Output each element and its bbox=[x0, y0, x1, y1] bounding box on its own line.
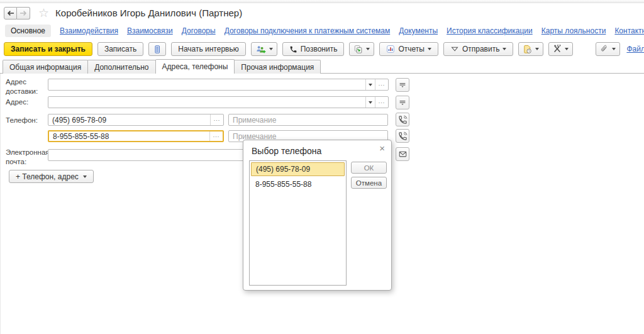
tab-additional[interactable]: Дополнительно bbox=[87, 60, 155, 74]
history-buttons bbox=[4, 7, 30, 19]
tab-addresses-phones[interactable]: Адреса, телефоны bbox=[155, 59, 235, 74]
nav-item-relations[interactable]: Взаимосвязи bbox=[127, 26, 173, 35]
delivery-address-label: Адрес доставки: bbox=[6, 77, 45, 96]
title-bar: ☆ Коробейников Игорь Данилович (Партнер) bbox=[0, 3, 644, 23]
ok-button[interactable]: ОК bbox=[351, 162, 387, 174]
arrow-left-icon bbox=[7, 10, 14, 16]
field-dropdown-button[interactable] bbox=[365, 79, 375, 90]
copy-icon bbox=[353, 45, 363, 54]
phone1-note-field[interactable] bbox=[228, 114, 388, 126]
tools-icon bbox=[553, 45, 562, 53]
nav-item-contracts[interactable]: Договоры bbox=[182, 26, 216, 35]
chevron-down-icon bbox=[269, 48, 273, 50]
chevron-down-icon bbox=[535, 48, 539, 50]
call-phone-icon bbox=[398, 131, 408, 141]
nav-item-payment-system-contracts[interactable]: Договоры подключения к платежным система… bbox=[225, 26, 391, 35]
envelope-icon bbox=[398, 150, 408, 159]
add-phone-address-button[interactable]: + Телефон, адрес bbox=[9, 170, 94, 183]
delivery-address-field[interactable]: ... bbox=[48, 79, 389, 91]
tab-general-info[interactable]: Общая информация bbox=[3, 60, 88, 74]
paperclip-icon bbox=[600, 45, 609, 53]
chevron-down-icon bbox=[612, 48, 616, 50]
attachments-dropdown-button[interactable] bbox=[596, 42, 620, 56]
close-icon[interactable]: × bbox=[379, 143, 385, 153]
app-window: ☆ Коробейников Игорь Данилович (Партнер)… bbox=[0, 0, 644, 334]
phone-list-item[interactable]: 8-955-855-55-88 bbox=[250, 177, 346, 191]
send-dropdown-button[interactable]: Отправить bbox=[443, 42, 514, 56]
favorite-star-icon[interactable]: ☆ bbox=[38, 7, 49, 19]
phone1-input[interactable] bbox=[48, 114, 210, 125]
save-and-close-button[interactable]: Записать и закрыть bbox=[4, 42, 92, 56]
field-ellipsis-button[interactable]: ... bbox=[375, 97, 388, 108]
phone2-call-button[interactable] bbox=[396, 129, 409, 143]
nav-item-contact-persons[interactable]: Контактные лица bbox=[614, 26, 644, 35]
comment-lines-icon bbox=[398, 81, 407, 89]
phone1-call-button[interactable] bbox=[396, 113, 409, 126]
chevron-down-icon bbox=[366, 48, 370, 50]
chevron-down-icon bbox=[565, 48, 569, 50]
tab-bar: Общая информация Дополнительно Адреса, т… bbox=[0, 59, 644, 74]
add-contact-icon bbox=[255, 45, 266, 54]
phone2-input[interactable] bbox=[49, 131, 209, 141]
phone-list: (495) 695-78-09 8-955-855-55-88 bbox=[249, 160, 347, 286]
dialog-title: Выбор телефона bbox=[252, 146, 321, 156]
phone2-field[interactable]: ... bbox=[48, 130, 224, 142]
chevron-down-icon bbox=[369, 101, 372, 104]
delivery-address-comment-button[interactable] bbox=[396, 78, 409, 92]
chevron-down-icon bbox=[369, 84, 372, 86]
questionnaire-button[interactable] bbox=[148, 42, 166, 56]
files-link[interactable]: Файлы bbox=[626, 45, 644, 53]
address-field[interactable]: ... bbox=[48, 96, 389, 108]
page-title: Коробейников Игорь Данилович (Партнер) bbox=[55, 8, 242, 18]
chevron-down-icon bbox=[83, 175, 87, 178]
reports-dropdown-button[interactable]: Отчеты bbox=[379, 42, 438, 56]
phone1-note-input[interactable] bbox=[229, 114, 387, 125]
send-funnel-icon bbox=[450, 45, 459, 53]
arrow-right-icon bbox=[19, 10, 27, 16]
phone1-field[interactable]: ... bbox=[48, 114, 224, 126]
cancel-button[interactable]: Отмена bbox=[351, 177, 387, 189]
document-history-dropdown-button[interactable] bbox=[518, 42, 543, 56]
copy-dropdown-button[interactable] bbox=[349, 42, 374, 56]
reports-chart-icon bbox=[386, 45, 395, 53]
nav-item-main[interactable]: Основное bbox=[5, 25, 51, 37]
nav-item-classification-history[interactable]: История классификации bbox=[447, 26, 533, 35]
call-phone-icon bbox=[398, 115, 408, 125]
phone-list-item-selected[interactable]: (495) 695-78-09 bbox=[251, 162, 345, 176]
addresses-phones-panel: Адрес доставки: ... Адрес: ... Телефон: … bbox=[0, 74, 644, 334]
field-ellipsis-button[interactable]: ... bbox=[210, 114, 223, 125]
toolbar: Записать и закрыть Записать Начать интер… bbox=[0, 39, 644, 59]
tab-other-info[interactable]: Прочая информация bbox=[234, 60, 321, 74]
comment-lines-icon bbox=[398, 98, 407, 107]
phone-label: Телефон: bbox=[6, 116, 38, 125]
address-label: Адрес: bbox=[6, 97, 28, 107]
nav-item-interactions[interactable]: Взаимодействия bbox=[60, 26, 118, 35]
nav-item-loyalty-cards[interactable]: Карты лояльности bbox=[541, 26, 606, 35]
chevron-down-icon bbox=[428, 48, 431, 50]
start-interview-button[interactable]: Начать интервью bbox=[171, 42, 246, 56]
address-input[interactable] bbox=[48, 97, 365, 108]
field-ellipsis-button[interactable]: ... bbox=[209, 131, 223, 141]
document-clock-icon bbox=[523, 45, 532, 54]
email-label: Электронная почта: bbox=[6, 148, 48, 167]
delivery-address-input[interactable] bbox=[48, 79, 365, 90]
add-contact-dropdown-button[interactable] bbox=[251, 42, 277, 56]
field-dropdown-button[interactable] bbox=[365, 97, 375, 108]
phone-select-dialog: Выбор телефона × (495) 695-78-09 8-955-8… bbox=[243, 140, 392, 291]
address-comment-button[interactable] bbox=[396, 96, 409, 109]
save-button[interactable]: Записать bbox=[97, 42, 143, 56]
chevron-down-icon bbox=[502, 48, 506, 50]
email-send-button[interactable] bbox=[396, 147, 409, 161]
back-button[interactable] bbox=[4, 7, 17, 19]
forward-button[interactable] bbox=[17, 7, 30, 19]
questionnaire-icon bbox=[153, 45, 162, 54]
call-button[interactable]: Позвонить bbox=[282, 42, 345, 56]
nav-item-documents[interactable]: Документы bbox=[399, 26, 438, 35]
section-nav: Основное Взаимодействия Взаимосвязи Дого… bbox=[0, 23, 644, 39]
phone-icon bbox=[289, 45, 297, 53]
tools-dropdown-button[interactable] bbox=[548, 42, 573, 56]
field-ellipsis-button[interactable]: ... bbox=[375, 79, 388, 90]
